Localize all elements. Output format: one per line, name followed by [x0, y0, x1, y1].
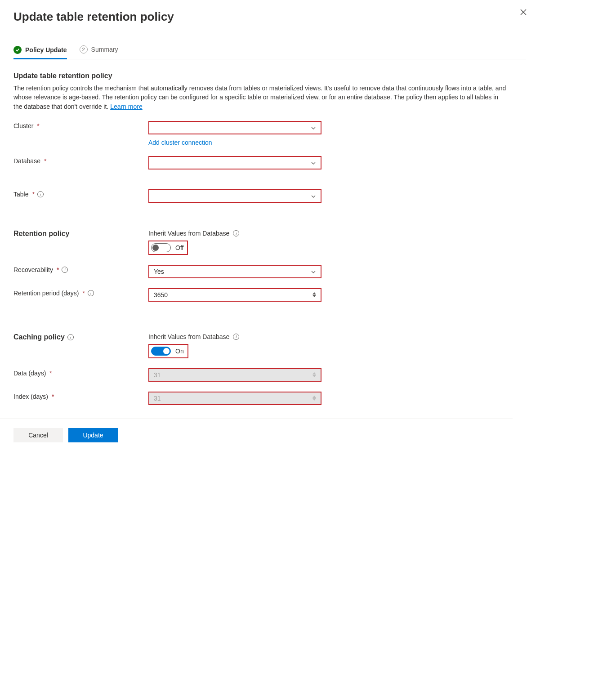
row-recoverability: Recoverability* i Yes	[13, 265, 526, 278]
label-text: Database	[13, 157, 40, 165]
index-days-value: 31	[154, 395, 161, 402]
caching-inherit-toggle[interactable]	[151, 347, 171, 356]
data-days-input: 31	[148, 368, 321, 382]
toggle-state-text: Off	[175, 244, 183, 251]
caching-section-label: Caching policy i	[13, 333, 148, 341]
label-text: Retention period (days)	[13, 290, 79, 297]
wizard-tabs: Policy Update 2 Summary	[13, 45, 526, 59]
row-index-days: Index (days)* 31	[13, 392, 526, 405]
required-mark: *	[83, 290, 85, 297]
label-text: Index (days)	[13, 393, 48, 400]
retention-period-input[interactable]: 3650	[148, 288, 321, 302]
chevron-down-icon	[311, 269, 316, 274]
page-title: Update table retention policy	[13, 10, 526, 24]
section-heading: Caching policy	[13, 333, 65, 341]
required-mark: *	[49, 370, 52, 377]
label-text: Inherit Values from Database	[148, 333, 229, 340]
learn-more-link[interactable]: Learn more	[110, 103, 143, 110]
retention-inherit-toggle[interactable]	[151, 243, 171, 252]
retention-inherit-toggle-wrap: Off	[148, 241, 188, 255]
required-mark: *	[57, 266, 59, 273]
add-cluster-link[interactable]: Add cluster connection	[148, 139, 321, 146]
footer: Cancel Update	[0, 419, 513, 460]
info-icon[interactable]: i	[62, 267, 68, 273]
row-cluster: Cluster* Add cluster connection	[13, 121, 526, 146]
retention-inherit-label: Inherit Values from Database i	[148, 230, 321, 237]
label-text: Data (days)	[13, 370, 46, 377]
index-days-input: 31	[148, 392, 321, 405]
checkmark-icon	[13, 46, 22, 54]
cluster-label: Cluster*	[13, 121, 148, 129]
label-text: Cluster	[13, 122, 33, 129]
row-database: Database*	[13, 156, 526, 169]
required-mark: *	[37, 122, 39, 129]
toggle-knob	[152, 245, 159, 251]
tab-summary[interactable]: 2 Summary	[80, 45, 118, 59]
spinner-icon	[312, 372, 316, 377]
retention-period-value: 3650	[154, 291, 168, 299]
section-heading: Retention policy	[13, 230, 69, 238]
table-label: Table* i	[13, 189, 148, 198]
intro-body: The retention policy controls the mechan…	[13, 85, 506, 110]
table-dropdown[interactable]	[148, 189, 321, 203]
row-caching-header: Caching policy i Inherit Values from Dat…	[13, 333, 526, 358]
close-icon	[520, 9, 527, 17]
info-icon[interactable]: i	[233, 230, 239, 236]
chevron-down-icon	[311, 125, 316, 130]
tab-policy-update[interactable]: Policy Update	[13, 46, 67, 59]
tab-label: Summary	[91, 46, 118, 53]
close-button[interactable]	[516, 5, 531, 20]
toggle-knob	[163, 348, 170, 354]
recoverability-dropdown[interactable]: Yes	[148, 265, 321, 278]
spinner-icon	[312, 396, 316, 401]
required-mark: *	[32, 191, 34, 198]
step-number-icon: 2	[80, 45, 88, 53]
caching-inherit-toggle-wrap: On	[148, 344, 188, 358]
chevron-down-icon	[311, 193, 316, 199]
recoverability-value: Yes	[154, 268, 164, 275]
update-retention-panel: Update table retention policy Policy Upd…	[0, 0, 540, 460]
retention-section-label: Retention policy	[13, 230, 148, 238]
required-mark: *	[44, 157, 46, 165]
label-text: Inherit Values from Database	[148, 230, 229, 237]
info-icon[interactable]: i	[37, 191, 44, 197]
intro-section: Update table retention policy The retent…	[13, 72, 526, 111]
spinner-icon[interactable]	[312, 292, 316, 297]
required-mark: *	[52, 393, 54, 400]
chevron-down-icon	[311, 160, 316, 165]
row-data-days: Data (days)* 31	[13, 368, 526, 382]
update-button[interactable]: Update	[68, 428, 118, 442]
caching-inherit-label: Inherit Values from Database i	[148, 333, 321, 340]
info-icon[interactable]: i	[67, 334, 74, 340]
data-days-label: Data (days)*	[13, 368, 148, 377]
intro-title: Update table retention policy	[13, 72, 526, 80]
row-retention-period: Retention period (days)* i 3650	[13, 288, 526, 302]
label-text: Recoverability	[13, 266, 53, 273]
tab-label: Policy Update	[25, 46, 67, 53]
row-retention-header: Retention policy Inherit Values from Dat…	[13, 230, 526, 255]
cluster-dropdown[interactable]	[148, 121, 321, 134]
label-text: Table	[13, 191, 28, 198]
database-label: Database*	[13, 156, 148, 165]
info-icon[interactable]: i	[88, 290, 94, 296]
recoverability-label: Recoverability* i	[13, 265, 148, 273]
row-table: Table* i	[13, 189, 526, 203]
cancel-button[interactable]: Cancel	[13, 428, 63, 442]
toggle-state-text: On	[175, 348, 184, 355]
data-days-value: 31	[154, 371, 161, 379]
index-days-label: Index (days)*	[13, 392, 148, 400]
info-icon[interactable]: i	[233, 334, 239, 340]
database-dropdown[interactable]	[148, 156, 321, 169]
intro-text: The retention policy controls the mechan…	[13, 84, 508, 111]
retention-period-label: Retention period (days)* i	[13, 288, 148, 297]
